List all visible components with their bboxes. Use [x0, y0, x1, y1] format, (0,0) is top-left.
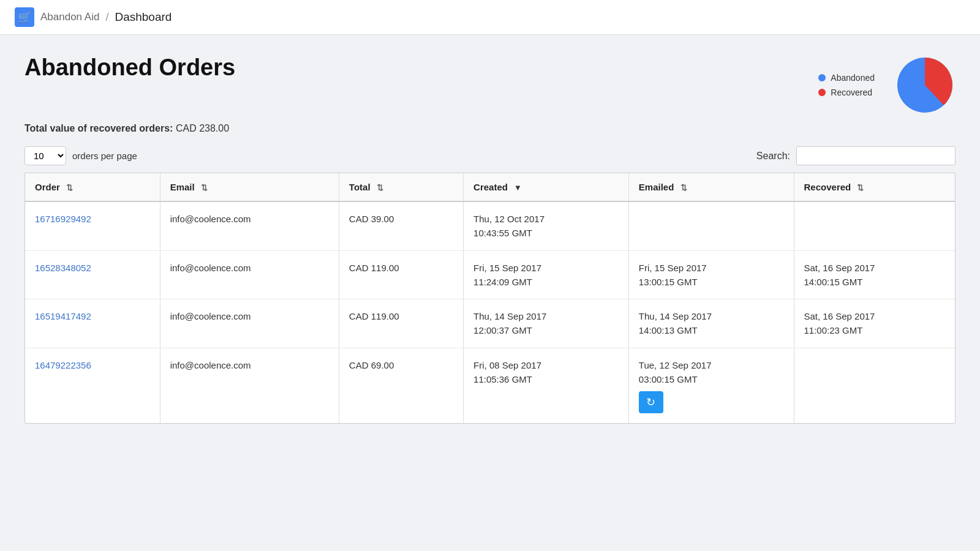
chart-legend: Abandoned Recovered — [818, 73, 875, 97]
legend-item-recovered: Recovered — [818, 88, 875, 97]
table-row: 16716929492 info@coolence.com CAD 39.00 … — [25, 201, 955, 250]
table-row: 16528348052 info@coolence.com CAD 119.00… — [25, 250, 955, 299]
subtitle-value: CAD 238.00 — [176, 123, 229, 133]
sort-icon-order[interactable]: ⇅ — [66, 183, 73, 192]
subtitle: Total value of recovered orders: CAD 238… — [24, 123, 956, 134]
cell-total-0: CAD 39.00 — [339, 201, 463, 250]
sort-icon-emailed[interactable]: ⇅ — [680, 183, 687, 192]
cell-order-2: 16519417492 — [25, 299, 160, 348]
cell-email-0: info@coolence.com — [160, 201, 339, 250]
per-page-control: 10 25 50 100 orders per page — [24, 146, 137, 165]
app-name: Abandon Aid — [40, 11, 99, 23]
cell-total-3: CAD 69.00 — [339, 348, 463, 423]
cell-emailed-3: Tue, 12 Sep 201703:00:15 GMT ↻ — [628, 348, 794, 423]
search-row: Search: — [756, 146, 956, 165]
orders-table-wrapper: Order ⇅ Email ⇅ Total ⇅ Created ▼ — [24, 173, 956, 424]
cart-icon: 🛒 — [18, 10, 31, 24]
cell-created-1: Fri, 15 Sep 201711:24:09 GMT — [464, 250, 629, 299]
abandoned-dot — [818, 74, 826, 81]
col-recovered: Recovered ⇅ — [794, 173, 955, 201]
cell-created-0: Thu, 12 Oct 201710:43:55 GMT — [464, 201, 629, 250]
sort-icon-total[interactable]: ⇅ — [377, 183, 383, 192]
page-title: Abandoned Orders — [24, 54, 235, 81]
col-order: Order ⇅ — [25, 173, 160, 201]
table-row: 16479222356 info@coolence.com CAD 69.00 … — [25, 348, 955, 423]
cell-recovered-1: Sat, 16 Sep 201714:00:15 GMT — [794, 250, 955, 299]
cell-created-3: Fri, 08 Sep 201711:05:36 GMT — [464, 348, 629, 423]
per-page-label: orders per page — [72, 151, 137, 161]
cell-emailed-0 — [628, 201, 794, 250]
order-link-1[interactable]: 16528348052 — [35, 263, 91, 273]
main-content: Abandoned Orders Abandoned Recovered — [0, 35, 980, 551]
top-bar: 🛒 Abandon Aid / Dashboard — [0, 0, 980, 35]
sort-icon-recovered[interactable]: ⇅ — [857, 183, 864, 192]
cell-order-3: 16479222356 — [25, 348, 160, 423]
header-row: Abandoned Orders Abandoned Recovered — [24, 54, 956, 116]
order-link-2[interactable]: 16519417492 — [35, 311, 91, 321]
sort-icon-email[interactable]: ⇅ — [201, 183, 208, 192]
cell-emailed-2: Thu, 14 Sep 201714:00:13 GMT — [628, 299, 794, 348]
cell-order-0: 16716929492 — [25, 201, 160, 250]
orders-table: Order ⇅ Email ⇅ Total ⇅ Created ▼ — [25, 173, 955, 423]
table-row: 16519417492 info@coolence.com CAD 119.00… — [25, 299, 955, 348]
cell-recovered-3 — [794, 348, 955, 423]
cell-total-1: CAD 119.00 — [339, 250, 463, 299]
page-name: Dashboard — [115, 10, 172, 24]
cell-email-3: info@coolence.com — [160, 348, 339, 423]
order-link-3[interactable]: 16479222356 — [35, 360, 91, 370]
cell-total-2: CAD 119.00 — [339, 299, 463, 348]
cell-created-2: Thu, 14 Sep 201712:00:37 GMT — [464, 299, 629, 348]
col-created: Created ▼ — [464, 173, 629, 201]
controls-row: 10 25 50 100 orders per page Search: — [24, 146, 956, 165]
cell-recovered-2: Sat, 16 Sep 201711:00:23 GMT — [794, 299, 955, 348]
order-link-0[interactable]: 16716929492 — [35, 214, 91, 224]
per-page-select[interactable]: 10 25 50 100 — [24, 146, 66, 165]
sort-icon-created[interactable]: ▼ — [514, 183, 522, 192]
col-email: Email ⇅ — [160, 173, 339, 201]
app-logo-icon: 🛒 — [15, 7, 34, 27]
cell-emailed-1: Fri, 15 Sep 201713:00:15 GMT — [628, 250, 794, 299]
recovered-label: Recovered — [831, 88, 872, 97]
refresh-button-3[interactable]: ↻ — [639, 391, 663, 413]
table-header-row: Order ⇅ Email ⇅ Total ⇅ Created ▼ — [25, 173, 955, 201]
cell-email-2: info@coolence.com — [160, 299, 339, 348]
cell-email-1: info@coolence.com — [160, 250, 339, 299]
abandoned-label: Abandoned — [831, 73, 875, 83]
pie-chart — [894, 54, 956, 116]
cell-recovered-0 — [794, 201, 955, 250]
chart-area: Abandoned Recovered — [818, 54, 956, 116]
search-input[interactable] — [796, 146, 956, 165]
breadcrumb-separator: / — [105, 11, 108, 24]
search-label: Search: — [756, 151, 790, 162]
recovered-dot — [818, 89, 826, 96]
cell-order-1: 16528348052 — [25, 250, 160, 299]
subtitle-label: Total value of recovered orders: — [24, 123, 173, 133]
col-emailed: Emailed ⇅ — [628, 173, 794, 201]
col-total: Total ⇅ — [339, 173, 463, 201]
legend-item-abandoned: Abandoned — [818, 73, 875, 83]
